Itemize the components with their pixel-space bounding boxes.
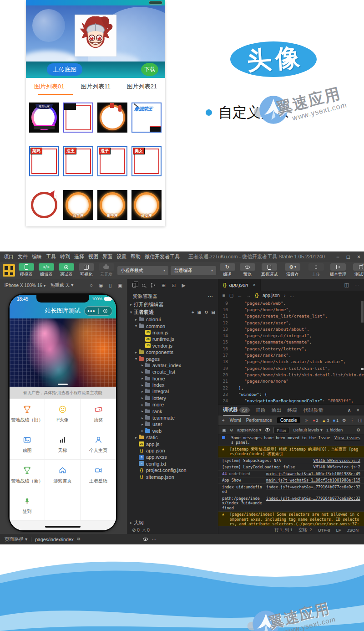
open-editors-section[interactable]: ▸ 打开的编辑器 [127, 301, 218, 308]
visualization-button[interactable]: 可视化 [77, 263, 95, 277]
capsule-menu[interactable]: ●●● [84, 306, 112, 316]
tree-item[interactable]: ▸lottery [127, 395, 218, 401]
menu-edit[interactable]: 编辑 [32, 253, 42, 260]
tab-output[interactable]: 输出 [272, 407, 282, 414]
tree-item[interactable]: main.js [127, 329, 218, 336]
frame-thumbnail[interactable] [29, 190, 59, 220]
clear-console-icon[interactable]: ⊘ [230, 427, 233, 432]
tree-item[interactable]: ▸index [127, 382, 218, 388]
hero-banner-image[interactable] [10, 318, 116, 387]
bookmark-icon[interactable]: ▢ [229, 293, 233, 298]
frame-thumbnail[interactable]: 白羊座 [63, 190, 93, 220]
menu-interface[interactable]: 界面 [102, 253, 112, 260]
version-control-button[interactable]: 版本管理 [327, 263, 349, 277]
tab-terminal[interactable]: 终端 [288, 407, 298, 414]
hot-reload-toggle[interactable]: 热重载 关 ▾ [51, 282, 74, 288]
tree-item[interactable]: project.config.json [127, 467, 218, 473]
grid-item-sticker[interactable]: 贴图 [10, 429, 45, 460]
search-icon[interactable] [142, 284, 145, 287]
device-frame-icon[interactable]: ▯ [109, 282, 112, 288]
tree-item[interactable]: app.js [127, 441, 218, 447]
tree-item[interactable]: ▾pages [127, 355, 218, 362]
tree-item[interactable]: ▾common [127, 323, 218, 329]
tree-item[interactable]: ▸avatar_index [127, 362, 218, 369]
maximize-button[interactable]: □ [347, 254, 350, 260]
menu-help[interactable]: 帮助 [131, 253, 141, 260]
tree-item[interactable]: vendor.js [127, 343, 218, 349]
menu-settings[interactable]: 设置 [116, 253, 126, 260]
code-editor[interactable]: 9"pages/web/web", 10"pages/home/home", 1… [218, 300, 364, 404]
context-select[interactable]: appservice ▾ [237, 427, 261, 432]
tab-code-quality[interactable]: 代码质量 [303, 407, 324, 414]
editor-toggle-button[interactable]: </> 编辑器 [37, 263, 55, 277]
page-path-label[interactable]: 页面路径 ▾ [5, 536, 27, 543]
account-avatar[interactable] [3, 264, 15, 277]
frame-thumbnail[interactable]: 电竞玩家 [29, 103, 59, 133]
console-link[interactable]: View issues [334, 436, 360, 445]
close-button[interactable]: × [357, 254, 360, 260]
menu-view[interactable]: 视图 [88, 253, 98, 260]
avatar-image[interactable] [75, 15, 116, 56]
refresh-icon[interactable]: ↻ [204, 310, 208, 315]
run-icon[interactable]: ▶ [182, 282, 185, 288]
console-link[interactable]: main.js?t=wechat&s=1…606cf3cb1001988e:49 [266, 472, 360, 477]
rotate-icon[interactable]: ○ [90, 282, 93, 288]
grid-item-profile[interactable]: 个人主页 [81, 429, 116, 460]
problems-summary[interactable]: ⊘ 0 △ 0 [127, 526, 218, 534]
menu-file[interactable]: 文件 [18, 253, 28, 260]
new-file-icon[interactable]: + [192, 310, 194, 315]
device-select[interactable]: iPhone X 100% 16 ▾ [5, 283, 46, 288]
multi-window-icon[interactable]: ▣ [118, 282, 122, 288]
mode-select[interactable]: 小程序模式▾ [117, 266, 168, 275]
grid-item-wallpaper[interactable]: 王者壁纸 [81, 460, 116, 490]
tree-item[interactable]: ▸static [127, 434, 218, 441]
new-folder-icon[interactable]: ⊞ [197, 310, 201, 315]
tree-item[interactable]: ▸components [127, 349, 218, 355]
upload-base-image-button[interactable]: 上传底图 [47, 63, 82, 76]
forward-icon[interactable]: → [246, 293, 251, 298]
minimize-button[interactable]: − [336, 254, 339, 260]
frame-thumbnail[interactable] [97, 103, 127, 133]
eye-icon[interactable] [265, 428, 270, 431]
tree-item[interactable]: app.wxss [127, 454, 218, 460]
filter-input[interactable]: Filter [273, 427, 289, 433]
download-button[interactable]: 下载 [141, 63, 158, 76]
debugger-toggle-button[interactable]: 调试器 [57, 263, 75, 277]
remote-debug-button[interactable]: 真机调试 [258, 263, 280, 277]
kebab-menu-icon[interactable]: ⋮ [350, 418, 354, 423]
menu-select[interactable]: 选择 [74, 253, 84, 260]
menu-icon[interactable]: ≡ [222, 293, 225, 298]
frame-thumbnail[interactable]: 最强荣王 [131, 103, 162, 133]
tree-item[interactable]: ▸teammate [127, 415, 218, 421]
tree-item[interactable]: ▸create_list [127, 369, 218, 375]
menu-goto[interactable]: 转到 [60, 253, 70, 260]
menu-tools[interactable]: 工具 [46, 253, 56, 260]
settings-gear-icon[interactable]: ⚙ [342, 418, 346, 423]
compile-mode-select[interactable]: 普通编译▾ [171, 266, 216, 275]
tree-item[interactable]: ▸rank [127, 408, 218, 414]
collapse-panel-icon[interactable]: ∧ [348, 407, 351, 413]
tab-console[interactable]: Console [277, 417, 300, 423]
tree-item[interactable]: ▸colorui [127, 316, 218, 323]
tree-item[interactable]: ▸more [127, 401, 218, 408]
console-link[interactable]: index.js?t=wechat&s=…779164b077ce6a9c:32 [266, 485, 360, 494]
frame-thumbnail[interactable]: 美女 [131, 146, 162, 176]
collapse-icon[interactable]: ⊟ [212, 310, 215, 315]
console-link[interactable]: main.js?t=wechat&s=1…06cf3cb1001988e:115 [266, 478, 360, 483]
eol-setting[interactable]: LF [336, 528, 341, 533]
compile-button[interactable]: ↻ 编译 [218, 263, 236, 277]
clear-cache-button[interactable]: ⚙▾ 清缓存 [283, 263, 303, 277]
more-icon[interactable]: ⋯ [152, 537, 157, 542]
source-control-icon[interactable] [151, 283, 156, 288]
cursor-position[interactable]: 行 1, 列 1 [274, 527, 293, 533]
extensions-icon[interactable]: ⊞ [162, 282, 166, 288]
console-link[interactable]: VM146 WAService.js:2 [313, 465, 360, 470]
language-mode[interactable]: JSON [347, 528, 359, 533]
tree-item[interactable]: ▸integral [127, 388, 218, 395]
levels-select[interactable]: Default levels ▾ [293, 427, 322, 432]
more-tabs-icon[interactable]: » [305, 418, 308, 423]
grid-item-camp-record-new[interactable]: 营地战绩（新） [10, 460, 45, 490]
encoding[interactable]: UTF-8 [318, 528, 330, 533]
split-editor-icon[interactable]: ◫ [344, 282, 349, 288]
tree-item[interactable]: config.txt [127, 461, 218, 467]
